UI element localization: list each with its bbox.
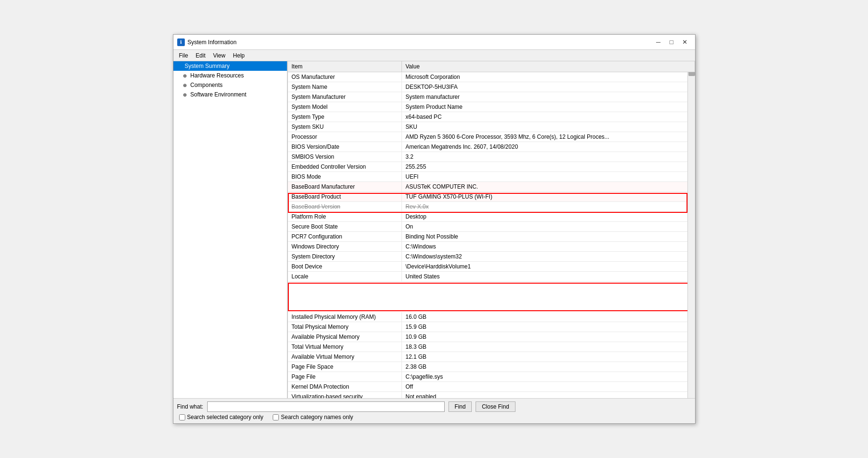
- scrollbar[interactable]: [687, 61, 695, 398]
- data-table[interactable]: Item Value OS ManufacturerMicrosoft Corp…: [287, 61, 695, 398]
- table-row[interactable]: System DirectoryC:\Windows\system32: [288, 252, 695, 262]
- cell-value: TUF GAMING X570-PLUS (WI-FI): [402, 192, 695, 201]
- cell-item: Virtualization-based security: [288, 392, 402, 398]
- maximize-button[interactable]: □: [666, 38, 678, 47]
- cell-item: Secure Boot State: [288, 222, 402, 231]
- right-panel: Item Value OS ManufacturerMicrosoft Corp…: [287, 61, 695, 398]
- cell-item: System Name: [288, 82, 402, 92]
- table-row[interactable]: System ManufacturerSystem manufacturer: [288, 92, 695, 102]
- cell-item: Platform Role: [288, 212, 402, 221]
- table-row[interactable]: BIOS ModeUEFI: [288, 172, 695, 182]
- table-row[interactable]: Secure Boot StateOn: [288, 222, 695, 232]
- cell-value: Not enabled: [402, 392, 695, 398]
- cell-value: Desktop: [402, 212, 695, 221]
- menu-view[interactable]: View: [210, 51, 229, 60]
- table-row[interactable]: BaseBoard ProductTUF GAMING X570-PLUS (W…: [288, 192, 695, 202]
- cell-value: AMD Ryzen 5 3600 6-Core Processor, 3593 …: [402, 132, 695, 142]
- table-row[interactable]: Page FileC:\pagefile.sys: [288, 372, 695, 382]
- table-row[interactable]: Kernel DMA ProtectionOff: [288, 382, 695, 392]
- table-row[interactable]: PCR7 ConfigurationBinding Not Possible: [288, 232, 695, 242]
- table-row[interactable]: Embedded Controller Version255.255: [288, 162, 695, 172]
- minimize-button[interactable]: ─: [652, 38, 665, 47]
- table-row[interactable]: BaseBoard VersionRev X.0x: [288, 202, 695, 212]
- table-row[interactable]: Page File Space2.38 GB: [288, 362, 695, 372]
- table-row[interactable]: BIOS Version/DateAmerican Megatrends Inc…: [288, 142, 695, 152]
- cell-value: UEFI: [402, 172, 695, 181]
- cell-item: Windows Directory: [288, 242, 402, 251]
- table-row[interactable]: LocaleUnited States: [288, 272, 695, 282]
- cell-item: Processor: [288, 132, 402, 142]
- table-row[interactable]: Windows DirectoryC:\Windows: [288, 242, 695, 252]
- table-row[interactable]: System SKUSKU: [288, 122, 695, 132]
- cell-item: Available Physical Memory: [288, 332, 402, 342]
- table-row[interactable]: ProcessorAMD Ryzen 5 3600 6-Core Process…: [288, 132, 695, 142]
- cell-item: Embedded Controller Version: [288, 162, 402, 172]
- cell-value: System manufacturer: [402, 92, 695, 102]
- cell-value: Microsoft Corporation: [402, 72, 695, 82]
- sidebar-item-hardware-resources[interactable]: ⊕ Hardware Resources: [173, 71, 287, 80]
- hardware-expand-icon: ⊕: [183, 73, 189, 78]
- cell-item: BaseBoard Product: [288, 192, 402, 201]
- cell-item: Page File Space: [288, 362, 402, 372]
- find-button[interactable]: Find: [448, 401, 472, 412]
- cell-item: System SKU: [288, 122, 402, 132]
- cell-item: System Manufacturer: [288, 92, 402, 102]
- checkbox-search-names[interactable]: Search category names only: [273, 414, 353, 420]
- table-row[interactable]: Installed Physical Memory (RAM)16.0 GB: [288, 312, 695, 322]
- close-find-button[interactable]: Close Find: [476, 401, 515, 412]
- menu-bar: File Edit View Help: [173, 50, 695, 61]
- cell-value: \Device\HarddiskVolume1: [402, 262, 695, 271]
- table-row[interactable]: System Typex64-based PC: [288, 112, 695, 122]
- checkbox-search-category-input[interactable]: [179, 414, 185, 420]
- cell-item: OS Manufacturer: [288, 72, 402, 82]
- cell-item: BaseBoard Manufacturer: [288, 182, 402, 191]
- software-expand-icon: ⊕: [183, 92, 189, 97]
- table-row[interactable]: Virtualization-based securityNot enabled: [288, 392, 695, 398]
- table-row[interactable]: OS ManufacturerMicrosoft Corporation: [288, 72, 695, 82]
- sidebar: System Summary ⊕ Hardware Resources ⊕ Co…: [173, 61, 287, 398]
- cell-value: System Product Name: [402, 102, 695, 112]
- checkbox-search-names-input[interactable]: [273, 414, 279, 420]
- menu-file[interactable]: File: [175, 51, 192, 60]
- table-row[interactable]: BaseBoard ManufacturerASUSTeK COMPUTER I…: [288, 182, 695, 192]
- cell-item: Page File: [288, 372, 402, 382]
- table-row[interactable]: System NameDESKTOP-5HU3IFA: [288, 82, 695, 92]
- cell-value: C:\Windows\system32: [402, 252, 695, 261]
- table-row[interactable]: Total Virtual Memory18.3 GB: [288, 342, 695, 352]
- cell-value: Off: [402, 382, 695, 391]
- header-value: Value: [402, 61, 695, 72]
- menu-edit[interactable]: Edit: [192, 51, 210, 60]
- find-input[interactable]: [207, 401, 445, 412]
- cell-item: System Model: [288, 102, 402, 112]
- cell-value: 2.38 GB: [402, 362, 695, 372]
- sidebar-label-hardware: Hardware Resources: [191, 72, 244, 79]
- cell-item: Installed Physical Memory (RAM): [288, 312, 402, 322]
- title-bar: ℹ System Information ─ □ ✕: [173, 35, 695, 50]
- sidebar-item-components[interactable]: ⊕ Components: [173, 80, 287, 90]
- table-row[interactable]: Available Physical Memory10.9 GB: [288, 332, 695, 342]
- sidebar-item-system-summary[interactable]: System Summary: [173, 61, 287, 71]
- cell-item: PCR7 Configuration: [288, 232, 402, 241]
- close-button[interactable]: ✕: [679, 38, 691, 47]
- title-bar-controls: ─ □ ✕: [652, 38, 691, 47]
- cell-value: 12.1 GB: [402, 352, 695, 362]
- cell-item: Kernel DMA Protection: [288, 382, 402, 391]
- table-row[interactable]: Total Physical Memory15.9 GB: [288, 322, 695, 332]
- cell-value: 18.3 GB: [402, 342, 695, 352]
- cell-value: Binding Not Possible: [402, 232, 695, 241]
- table-row[interactable]: Available Virtual Memory12.1 GB: [288, 352, 695, 362]
- checkbox-search-category-label: Search selected category only: [187, 414, 264, 420]
- cell-item: System Directory: [288, 252, 402, 261]
- menu-help[interactable]: Help: [229, 51, 248, 60]
- checkbox-search-names-label: Search category names only: [281, 414, 353, 420]
- table-row[interactable]: SMBIOS Version3.2: [288, 152, 695, 162]
- checkbox-search-category[interactable]: Search selected category only: [179, 414, 264, 420]
- table-row[interactable]: System ModelSystem Product Name: [288, 102, 695, 112]
- table-row[interactable]: Boot Device\Device\HarddiskVolume1: [288, 262, 695, 272]
- cell-item: BIOS Version/Date: [288, 142, 402, 152]
- sidebar-item-software-env[interactable]: ⊕ Software Environment: [173, 90, 287, 99]
- empty-red-box-area: [288, 283, 695, 311]
- bottom-bar: Find what: Find Close Find Search select…: [173, 398, 695, 423]
- table-row[interactable]: Platform RoleDesktop: [288, 212, 695, 222]
- cell-value: SKU: [402, 122, 695, 132]
